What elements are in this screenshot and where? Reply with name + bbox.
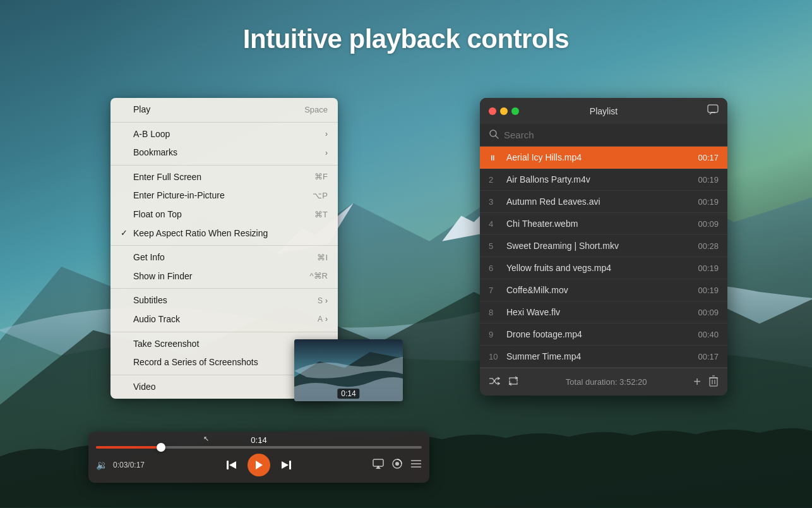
item-name: Autumn Red Leaves.avi [506,197,698,207]
svg-rect-6 [373,459,383,466]
item-name: Aerial Icy Hills.mp4 [506,152,698,162]
repeat-icon[interactable] [508,375,519,389]
separator-4 [110,288,338,289]
pause-icon: ⏸ [489,154,496,162]
menu-float-shortcut: ⌘T [314,209,328,221]
controls-center [226,454,292,476]
separator-2 [110,165,338,166]
menu-item-finder[interactable]: Show in Finder ^⌘R [110,267,338,286]
menu-item-pip[interactable]: Enter Picture-in-Picture ⌥P [110,186,338,205]
playlist-item[interactable]: 2Air Ballons Party.m4v00:19 [480,169,727,191]
playlist-item[interactable]: 7Coffe&Milk.mov00:19 [480,279,727,301]
svg-marker-5 [282,461,289,469]
search-input[interactable] [504,130,719,140]
menu-item-play[interactable]: Play Space [110,100,338,119]
subtitles-right: S › [318,296,328,306]
item-duration: 00:28 [698,241,719,251]
svg-marker-2 [229,461,236,469]
menu-play-label: Play [133,104,150,116]
menu-item-audio-track[interactable]: Audio Track A › [110,310,338,329]
chat-icon[interactable] [707,104,719,118]
menu-video-label: Video [133,381,156,394]
volume-icon[interactable]: 🔉 [96,459,108,471]
menu-record-label: Record a Series of Screenshots [133,356,258,369]
menu-ab-label: A-B Loop [133,128,170,141]
item-number: 4 [489,219,501,229]
playlist-items: ⏸Aerial Icy Hills.mp400:172Air Ballons P… [480,147,727,368]
item-duration: 00:19 [698,175,719,184]
menu-item-ab-loop[interactable]: A-B Loop › [110,125,338,144]
progress-fill [96,446,161,449]
menu-pip-shortcut: ⌥P [313,190,328,202]
submenu-arrow-subtitles: › [325,296,328,306]
progress-time: 0:14 [96,435,422,445]
trash-icon[interactable] [708,375,719,389]
menu-item-float[interactable]: Float on Top ⌘T [110,205,338,224]
audio-key: A [318,314,323,325]
item-number: 10 [489,352,501,361]
menu-info-label: Get Info [133,251,165,264]
svg-rect-16 [710,378,717,386]
svg-rect-4 [289,461,291,469]
item-duration: 00:19 [698,197,719,207]
playlist-toggle-icon[interactable] [410,458,422,472]
playlist-item[interactable]: ⏸Aerial Icy Hills.mp400:17 [480,147,727,169]
menu-item-fullscreen[interactable]: Enter Full Screen ⌘F [110,168,338,187]
playlist-item[interactable]: 8Hexi Wave.flv00:09 [480,301,727,324]
playlist-item[interactable]: 4Chi Theater.webm00:09 [480,213,727,235]
separator-1 [110,122,338,123]
menu-item-aspect[interactable]: ✓ Keep Aspect Ratio When Resizing [110,224,338,243]
item-number: ⏸ [489,153,501,162]
menu-item-info[interactable]: Get Info ⌘I [110,248,338,267]
submenu-arrow-audio: › [325,314,328,325]
minimize-button[interactable] [500,107,508,115]
menu-fullscreen-shortcut: ⌘F [314,171,328,183]
menu-item-subtitles[interactable]: Subtitles S › [110,291,338,310]
submenu-arrow-ab: › [325,129,328,140]
item-duration: 00:17 [698,352,719,361]
menu-bookmarks-label: Bookmarks [133,147,177,159]
next-button[interactable] [280,459,292,471]
item-name: Drone footage.mp4 [506,329,698,339]
prev-button[interactable] [226,459,237,471]
item-name: Air Ballons Party.m4v [506,174,698,184]
menu-finder-shortcut: ^⌘R [310,270,328,282]
menu-finder-label: Show in Finder [133,270,192,283]
svg-line-15 [496,136,498,138]
shuffle-icon[interactable] [489,375,500,389]
controls-left: 🔉 0:03/0:17 [96,459,145,471]
add-button[interactable]: + [693,375,701,389]
page-title: Intuitive playback controls [243,24,569,54]
close-button[interactable] [489,107,496,115]
progress-bar[interactable]: ↖ ↑ [96,446,422,449]
svg-rect-1 [227,461,229,469]
cast-icon[interactable] [391,458,403,472]
playlist-item[interactable]: 9Drone footage.mp400:40 [480,324,727,346]
item-number: 7 [489,286,501,295]
playlist-item[interactable]: 5Sweet Dreaming | Short.mkv00:28 [480,235,727,257]
playlist-item[interactable]: 6Yellow fruits and vegs.mp400:19 [480,257,727,279]
playlist-titlebar: Playlist [480,98,727,124]
item-duration: 00:09 [698,308,719,317]
item-duration: 00:09 [698,219,719,229]
airplay-icon[interactable] [373,458,384,472]
menu-subtitles-label: Subtitles [133,294,167,307]
progress-thumb [157,443,165,452]
menu-item-bookmarks[interactable]: Bookmarks › [110,143,338,162]
playlist-item[interactable]: 10Summer Time.mp400:17 [480,346,727,368]
controls-right [373,458,422,472]
item-number: 9 [489,330,501,339]
playlist-item[interactable]: 3Autumn Red Leaves.avi00:19 [480,191,727,213]
separator-3 [110,245,338,246]
item-number: 2 [489,175,501,184]
item-number: 5 [489,241,501,251]
svg-marker-3 [256,461,263,469]
playlist-window: Playlist ⏸Aerial Icy Hills.mp400:172Air … [480,98,727,396]
item-number: 3 [489,197,501,207]
play-button[interactable] [248,454,270,476]
aspect-checkmark: ✓ [121,227,129,239]
item-name: Coffe&Milk.mov [506,285,698,295]
menu-pip-label: Enter Picture-in-Picture [133,190,225,202]
separator-5 [110,332,338,332]
maximize-button[interactable] [511,107,519,115]
